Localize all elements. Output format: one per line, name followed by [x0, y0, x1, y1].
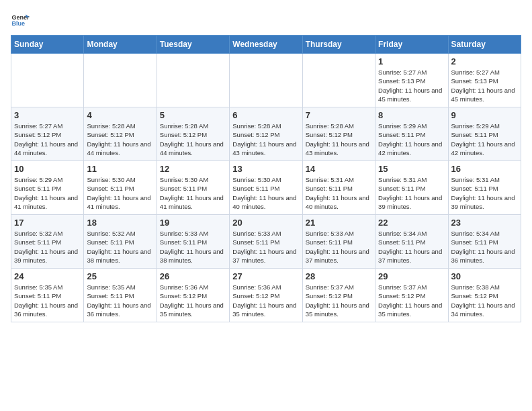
- logo: General Blue: [11, 11, 32, 30]
- day-cell: 7Sunrise: 5:28 AMSunset: 5:12 PMDaylight…: [302, 107, 375, 161]
- page-header: General Blue: [11, 11, 521, 30]
- day-cell: 27Sunrise: 5:36 AMSunset: 5:12 PMDayligh…: [230, 269, 302, 322]
- day-number: 30: [451, 271, 518, 281]
- day-info: Sunrise: 5:38 AMSunset: 5:12 PMDaylight:…: [451, 283, 518, 318]
- day-cell: 4Sunrise: 5:28 AMSunset: 5:12 PMDaylight…: [84, 107, 157, 161]
- day-info: Sunrise: 5:33 AMSunset: 5:11 PMDaylight:…: [232, 229, 299, 265]
- day-info: Sunrise: 5:31 AMSunset: 5:11 PMDaylight:…: [451, 175, 518, 211]
- day-number: 13: [232, 164, 299, 174]
- day-number: 2: [451, 56, 518, 66]
- day-info: Sunrise: 5:28 AMSunset: 5:12 PMDaylight:…: [160, 122, 226, 157]
- day-cell: 25Sunrise: 5:35 AMSunset: 5:11 PMDayligh…: [84, 269, 157, 322]
- day-number: 7: [306, 110, 372, 120]
- week-row-4: 17Sunrise: 5:32 AMSunset: 5:11 PMDayligh…: [11, 215, 521, 269]
- day-info: Sunrise: 5:29 AMSunset: 5:11 PMDaylight:…: [14, 175, 81, 211]
- day-cell: 17Sunrise: 5:32 AMSunset: 5:11 PMDayligh…: [11, 215, 84, 269]
- day-cell: [302, 54, 375, 107]
- day-number: 21: [306, 218, 372, 228]
- day-info: Sunrise: 5:33 AMSunset: 5:11 PMDaylight:…: [160, 229, 226, 265]
- day-cell: 8Sunrise: 5:29 AMSunset: 5:11 PMDaylight…: [375, 107, 448, 161]
- day-number: 25: [87, 271, 153, 281]
- day-info: Sunrise: 5:27 AMSunset: 5:13 PMDaylight:…: [378, 68, 445, 103]
- day-cell: 5Sunrise: 5:28 AMSunset: 5:12 PMDaylight…: [157, 107, 229, 161]
- day-info: Sunrise: 5:37 AMSunset: 5:12 PMDaylight:…: [306, 283, 372, 318]
- day-cell: 10Sunrise: 5:29 AMSunset: 5:11 PMDayligh…: [11, 161, 84, 215]
- day-cell: 14Sunrise: 5:31 AMSunset: 5:11 PMDayligh…: [302, 161, 375, 215]
- header-cell-saturday: Saturday: [448, 36, 521, 54]
- day-info: Sunrise: 5:28 AMSunset: 5:12 PMDaylight:…: [87, 122, 153, 157]
- day-cell: 1Sunrise: 5:27 AMSunset: 5:13 PMDaylight…: [375, 54, 448, 107]
- logo-icon: General Blue: [11, 11, 30, 30]
- day-cell: 22Sunrise: 5:34 AMSunset: 5:11 PMDayligh…: [375, 215, 448, 269]
- day-info: Sunrise: 5:36 AMSunset: 5:12 PMDaylight:…: [232, 283, 299, 318]
- day-info: Sunrise: 5:33 AMSunset: 5:11 PMDaylight:…: [306, 229, 372, 265]
- header-cell-friday: Friday: [375, 36, 448, 54]
- calendar-header: SundayMondayTuesdayWednesdayThursdayFrid…: [11, 36, 521, 54]
- calendar-body: 1Sunrise: 5:27 AMSunset: 5:13 PMDaylight…: [11, 54, 521, 322]
- day-cell: [84, 54, 157, 107]
- day-number: 10: [14, 164, 81, 174]
- day-number: 8: [378, 110, 445, 120]
- day-info: Sunrise: 5:28 AMSunset: 5:12 PMDaylight:…: [306, 122, 372, 157]
- day-cell: 20Sunrise: 5:33 AMSunset: 5:11 PMDayligh…: [230, 215, 302, 269]
- day-number: 27: [232, 271, 299, 281]
- day-info: Sunrise: 5:27 AMSunset: 5:12 PMDaylight:…: [14, 122, 81, 157]
- day-number: 6: [232, 110, 299, 120]
- day-info: Sunrise: 5:37 AMSunset: 5:12 PMDaylight:…: [378, 283, 445, 318]
- day-cell: 3Sunrise: 5:27 AMSunset: 5:12 PMDaylight…: [11, 107, 84, 161]
- day-info: Sunrise: 5:34 AMSunset: 5:11 PMDaylight:…: [451, 229, 518, 265]
- day-cell: 29Sunrise: 5:37 AMSunset: 5:12 PMDayligh…: [375, 269, 448, 322]
- week-row-2: 3Sunrise: 5:27 AMSunset: 5:12 PMDaylight…: [11, 107, 521, 161]
- day-cell: 16Sunrise: 5:31 AMSunset: 5:11 PMDayligh…: [448, 161, 521, 215]
- day-number: 5: [160, 110, 226, 120]
- header-cell-monday: Monday: [84, 36, 157, 54]
- day-info: Sunrise: 5:34 AMSunset: 5:11 PMDaylight:…: [378, 229, 445, 265]
- day-number: 15: [378, 164, 445, 174]
- day-cell: 30Sunrise: 5:38 AMSunset: 5:12 PMDayligh…: [448, 269, 521, 322]
- day-number: 17: [14, 218, 81, 228]
- day-info: Sunrise: 5:29 AMSunset: 5:11 PMDaylight:…: [451, 122, 518, 157]
- header-row: SundayMondayTuesdayWednesdayThursdayFrid…: [11, 36, 521, 54]
- day-info: Sunrise: 5:30 AMSunset: 5:11 PMDaylight:…: [160, 175, 226, 211]
- day-cell: 19Sunrise: 5:33 AMSunset: 5:11 PMDayligh…: [157, 215, 229, 269]
- day-cell: 9Sunrise: 5:29 AMSunset: 5:11 PMDaylight…: [448, 107, 521, 161]
- day-number: 24: [14, 271, 81, 281]
- day-cell: 21Sunrise: 5:33 AMSunset: 5:11 PMDayligh…: [302, 215, 375, 269]
- day-info: Sunrise: 5:31 AMSunset: 5:11 PMDaylight:…: [306, 175, 372, 211]
- day-number: 19: [160, 218, 226, 228]
- day-cell: 18Sunrise: 5:32 AMSunset: 5:11 PMDayligh…: [84, 215, 157, 269]
- day-number: 14: [306, 164, 372, 174]
- svg-text:Blue: Blue: [11, 20, 25, 27]
- day-cell: [230, 54, 302, 107]
- week-row-3: 10Sunrise: 5:29 AMSunset: 5:11 PMDayligh…: [11, 161, 521, 215]
- day-cell: 15Sunrise: 5:31 AMSunset: 5:11 PMDayligh…: [375, 161, 448, 215]
- header-cell-sunday: Sunday: [11, 36, 84, 54]
- day-number: 20: [232, 218, 299, 228]
- day-info: Sunrise: 5:28 AMSunset: 5:12 PMDaylight:…: [232, 122, 299, 157]
- day-number: 1: [378, 56, 445, 66]
- header-cell-tuesday: Tuesday: [157, 36, 229, 54]
- day-cell: [11, 54, 84, 107]
- header-cell-thursday: Thursday: [302, 36, 375, 54]
- day-info: Sunrise: 5:30 AMSunset: 5:11 PMDaylight:…: [232, 175, 299, 211]
- day-info: Sunrise: 5:35 AMSunset: 5:11 PMDaylight:…: [87, 283, 153, 318]
- day-cell: 26Sunrise: 5:36 AMSunset: 5:12 PMDayligh…: [157, 269, 229, 322]
- day-info: Sunrise: 5:35 AMSunset: 5:11 PMDaylight:…: [14, 283, 81, 318]
- day-cell: [157, 54, 229, 107]
- day-number: 4: [87, 110, 153, 120]
- day-cell: 23Sunrise: 5:34 AMSunset: 5:11 PMDayligh…: [448, 215, 521, 269]
- week-row-1: 1Sunrise: 5:27 AMSunset: 5:13 PMDaylight…: [11, 54, 521, 107]
- day-number: 23: [451, 218, 518, 228]
- day-number: 12: [160, 164, 226, 174]
- day-cell: 13Sunrise: 5:30 AMSunset: 5:11 PMDayligh…: [230, 161, 302, 215]
- week-row-5: 24Sunrise: 5:35 AMSunset: 5:11 PMDayligh…: [11, 269, 521, 322]
- calendar-table: SundayMondayTuesdayWednesdayThursdayFrid…: [11, 35, 521, 322]
- day-info: Sunrise: 5:31 AMSunset: 5:11 PMDaylight:…: [378, 175, 445, 211]
- day-cell: 24Sunrise: 5:35 AMSunset: 5:11 PMDayligh…: [11, 269, 84, 322]
- day-number: 18: [87, 218, 153, 228]
- day-cell: 11Sunrise: 5:30 AMSunset: 5:11 PMDayligh…: [84, 161, 157, 215]
- day-info: Sunrise: 5:29 AMSunset: 5:11 PMDaylight:…: [378, 122, 445, 157]
- day-number: 29: [378, 271, 445, 281]
- day-info: Sunrise: 5:32 AMSunset: 5:11 PMDaylight:…: [14, 229, 81, 265]
- day-number: 28: [306, 271, 372, 281]
